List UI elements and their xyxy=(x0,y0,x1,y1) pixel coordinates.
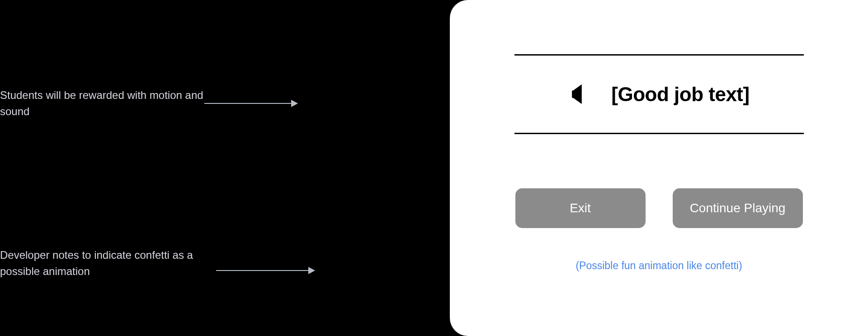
wireframe-panel: [Good job text] Exit Continue Playing (P… xyxy=(450,0,868,336)
speaker-icon xyxy=(568,77,598,111)
annotation-reward: Students will be rewarded with motion an… xyxy=(0,87,203,120)
arrow-line-1 xyxy=(204,103,292,104)
arrow-head-1 xyxy=(291,100,298,107)
reward-banner: [Good job text] xyxy=(514,54,804,134)
button-row: Exit Continue Playing xyxy=(515,188,803,228)
annotation-dev-note: Developer notes to indicate confetti as … xyxy=(0,247,212,280)
exit-button[interactable]: Exit xyxy=(515,188,646,228)
arrow-head-2 xyxy=(308,267,315,274)
continue-playing-button[interactable]: Continue Playing xyxy=(673,188,803,228)
arrow-line-2 xyxy=(216,270,310,271)
banner-text: [Good job text] xyxy=(611,83,749,106)
dev-note-text: (Possible fun animation like confetti) xyxy=(576,260,742,272)
